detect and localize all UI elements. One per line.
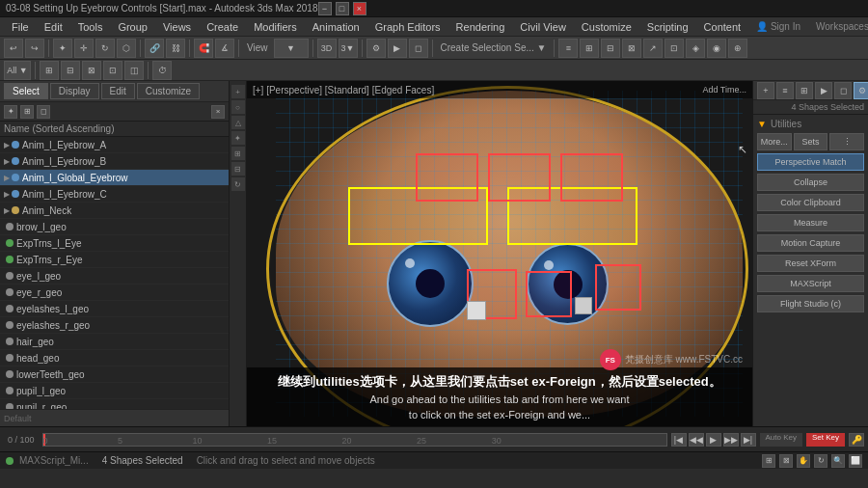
zoom-extents-icon[interactable]: ⊞ <box>762 454 775 468</box>
menu-file[interactable]: File <box>4 19 37 35</box>
viewport-3d[interactable]: [+] [Perspective] [Standard] [Edged Face… <box>247 81 752 426</box>
perspective-match-button[interactable]: Perspective Match <box>757 153 864 171</box>
list-item[interactable]: eyelashes_r_geo <box>0 317 229 334</box>
auto-key-icon[interactable]: ⊠ <box>82 61 101 80</box>
measure-button[interactable]: Measure <box>757 214 864 231</box>
3d-snap-icon[interactable]: 3D <box>317 39 337 58</box>
num-icon[interactable]: 3▼ <box>339 39 358 58</box>
filter-icon[interactable]: ⊞ <box>40 61 59 80</box>
lp-icon-3[interactable]: ◻ <box>37 105 50 119</box>
menu-rendering[interactable]: Rendering <box>448 19 513 35</box>
list-item[interactable]: ▶ Anim_l_Global_Eyebrow <box>0 170 229 186</box>
vtb-pan-icon[interactable]: ⊞ <box>231 147 245 160</box>
unlink-icon[interactable]: ⛓ <box>166 39 185 58</box>
zoom-viewport-icon[interactable]: 🔍 <box>831 454 845 468</box>
list-item[interactable]: ▶ Anim_l_Eyebrow_B <box>0 153 229 170</box>
vtb-scale-icon[interactable]: △ <box>231 116 245 129</box>
list-item[interactable]: pupil_r_geo <box>0 399 229 409</box>
menu-workspaces[interactable]: Workspaces: Default ▼ <box>808 19 868 34</box>
scale-icon[interactable]: ⬡ <box>117 39 136 58</box>
vtb-move-icon[interactable]: + <box>231 85 245 98</box>
map-browser-icon[interactable]: ◉ <box>707 39 726 58</box>
motion-capture-button[interactable]: Motion Capture <box>757 234 864 252</box>
dots-button[interactable]: ⋮ <box>829 133 864 150</box>
list-item[interactable]: eye_r_geo <box>0 285 229 301</box>
timeline-scrubber[interactable]: 0 5 10 15 20 25 30 <box>42 433 667 447</box>
flight-studio-button[interactable]: Flight Studio (c) <box>757 295 864 312</box>
rp-hierarchy-icon[interactable]: ⊞ <box>796 82 813 99</box>
pan-viewport-icon[interactable]: ✋ <box>797 454 810 468</box>
list-item[interactable]: ▶ Anim_l_Eyebrow_C <box>0 186 229 203</box>
render-explorer-icon[interactable]: ⊕ <box>728 39 747 58</box>
curve-editor-icon[interactable]: ↗ <box>643 39 663 58</box>
lp-icon-2[interactable]: ⊞ <box>20 105 34 119</box>
more-button[interactable]: More... <box>757 133 792 150</box>
menu-graph-editors[interactable]: Graph Editors <box>367 19 448 35</box>
view-btn[interactable]: ▼ <box>274 39 309 58</box>
undo-icon[interactable]: ↩ <box>4 39 23 58</box>
align-icon[interactable]: ⊟ <box>601 39 620 58</box>
snap-icon[interactable]: 🧲 <box>194 39 213 58</box>
customize-tab[interactable]: Customize <box>137 83 200 99</box>
list-item[interactable]: hair_geo <box>0 334 229 350</box>
link-icon[interactable]: 🔗 <box>145 39 164 58</box>
move-icon[interactable]: ✛ <box>74 39 94 58</box>
rotate-icon[interactable]: ↻ <box>95 39 115 58</box>
mirror-icon[interactable]: ⊞ <box>580 39 599 58</box>
list-item[interactable]: ▶ Anim_Neck <box>0 203 229 219</box>
prev-key-icon[interactable]: ◀◀ <box>689 433 704 447</box>
angle-snap-icon[interactable]: ∡ <box>215 39 234 58</box>
menu-content[interactable]: Content <box>696 19 749 35</box>
menu-group[interactable]: Group <box>110 19 155 35</box>
vtb-rotate-icon[interactable]: ○ <box>231 100 245 114</box>
menu-animation[interactable]: Animation <box>305 19 367 35</box>
maximize-button[interactable]: □ <box>336 2 349 15</box>
render-icon[interactable]: ▶ <box>388 39 407 58</box>
menu-civil-view[interactable]: Civil View <box>512 19 573 35</box>
list-item[interactable]: lowerTeeth_geo <box>0 366 229 383</box>
list-item[interactable]: head_geo <box>0 350 229 366</box>
vtb-orbit-icon[interactable]: ↻ <box>231 177 245 191</box>
list-item[interactable]: ExpTrns_l_Eye <box>0 235 229 252</box>
menu-scripting[interactable]: Scripting <box>639 19 696 35</box>
orbit-viewport-icon[interactable]: ↻ <box>814 454 827 468</box>
rp-utilities-icon[interactable]: ⚙ <box>854 82 868 99</box>
rp-motion-icon[interactable]: ▶ <box>815 82 832 99</box>
render-setup-icon[interactable]: ⚙ <box>366 39 386 58</box>
maximize-viewport-icon[interactable]: ⬜ <box>849 454 862 468</box>
menu-customize[interactable]: Customize <box>574 19 639 35</box>
key-mode-icon[interactable]: 🔑 <box>849 433 864 447</box>
redo-icon[interactable]: ↪ <box>25 39 44 58</box>
menu-create[interactable]: Create <box>199 19 246 35</box>
schematic-icon[interactable]: ⊡ <box>665 39 684 58</box>
select-tab[interactable]: Select <box>4 83 48 99</box>
select-icon[interactable]: ✦ <box>53 39 72 58</box>
color-clipboard-button[interactable]: Color Clipboard <box>757 194 864 211</box>
list-item[interactable]: eyelashes_l_geo <box>0 301 229 317</box>
list-item[interactable]: ▶ Anim_l_Eyebrow_A <box>0 137 229 153</box>
maxscript-button[interactable]: MAXScript <box>757 275 864 292</box>
time-config-icon[interactable]: ⏱ <box>152 61 172 80</box>
display-tab[interactable]: Display <box>50 83 99 99</box>
material-icon[interactable]: ◈ <box>686 39 705 58</box>
set-key-icon[interactable]: ⊡ <box>103 61 122 80</box>
zoom-all-icon[interactable]: ⊠ <box>779 454 793 468</box>
close-button[interactable]: × <box>353 2 366 15</box>
list-item[interactable]: pupil_l_geo <box>0 383 229 399</box>
sel-filter-all[interactable]: All ▼ <box>4 61 31 80</box>
list-item[interactable]: brow_l_geo <box>0 219 229 235</box>
list-item[interactable]: ExpTrns_r_Eye <box>0 252 229 268</box>
rp-display-icon[interactable]: ◻ <box>834 82 852 99</box>
rp-modify-icon[interactable]: ≡ <box>776 82 794 99</box>
next-key-icon[interactable]: ▶▶ <box>723 433 739 447</box>
vtb-zoom-icon[interactable]: ⊟ <box>231 162 245 176</box>
menu-edit[interactable]: Edit <box>37 19 70 35</box>
menu-signin[interactable]: 👤 Sign In <box>748 19 808 34</box>
collapse-button[interactable]: Collapse <box>757 174 864 191</box>
pin-stack-icon[interactable]: ⊟ <box>61 61 80 80</box>
minimize-button[interactable]: − <box>318 2 332 15</box>
menu-tools[interactable]: Tools <box>70 19 111 35</box>
play-icon[interactable]: ▶ <box>706 433 721 447</box>
lp-icon-1[interactable]: ✦ <box>4 105 17 119</box>
prev-frame-icon[interactable]: |◀ <box>671 433 687 447</box>
